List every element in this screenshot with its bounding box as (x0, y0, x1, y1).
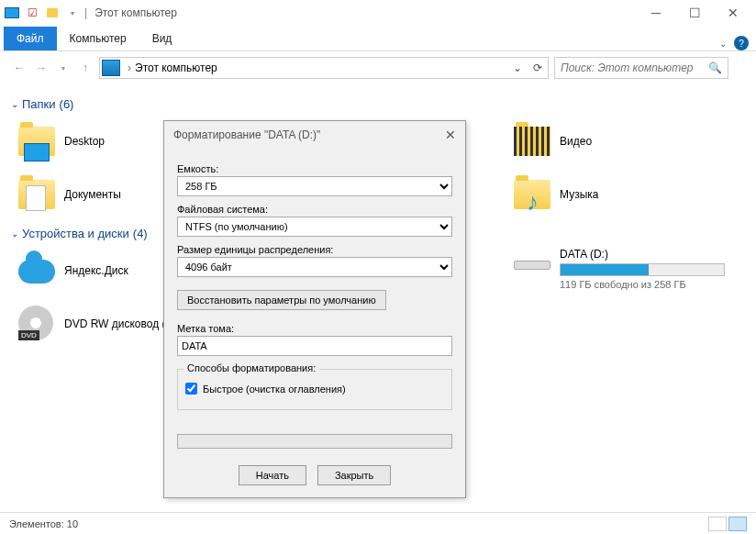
dialog-titlebar[interactable]: Форматирование "DATA (D:)" ✕ (164, 121, 465, 149)
minimize-button[interactable]: ─ (637, 0, 675, 26)
forward-button[interactable]: → (33, 60, 50, 76)
address-chevron: › (128, 61, 131, 74)
allocation-label: Размер единицы распределения: (177, 244, 452, 255)
system-icon[interactable] (4, 5, 20, 21)
allocation-select[interactable]: 4096 байт (177, 257, 452, 277)
address-bar[interactable]: › Этот компьютер ⌄ ⟳ (99, 57, 549, 79)
address-icon (102, 60, 120, 76)
item-label: DVD RW дисковод ( (64, 317, 166, 330)
item-label: Desktop (64, 135, 105, 148)
item-label: Яндекс.Диск (64, 264, 128, 277)
dvd-icon: DVD (18, 306, 53, 340)
help-icon[interactable]: ? (734, 36, 749, 50)
address-text: Этот компьютер (135, 61, 509, 74)
format-dialog: Форматирование "DATA (D:)" ✕ Емкость: 25… (163, 120, 466, 498)
ribbon-expand-icon[interactable]: ⌄ (719, 39, 727, 49)
group-devices-label: Устройства и диски (22, 227, 129, 240)
drive-freespace: 119 ГБ свободно из 258 ГБ (560, 279, 728, 290)
filesystem-select[interactable]: NTFS (по умолчанию) (177, 217, 452, 237)
chevron-down-icon: ⌄ (11, 99, 18, 109)
desktop-overlay-icon (24, 143, 50, 161)
view-large-icons-button[interactable] (728, 517, 747, 531)
tab-view[interactable]: Вид (139, 27, 185, 50)
format-methods-group: Способы форматирования: Быстрое (очистка… (177, 369, 452, 410)
status-bar: Элементов: 10 (0, 512, 756, 534)
status-elements-label: Элементов: (9, 518, 64, 529)
format-methods-legend: Способы форматирования: (183, 362, 319, 373)
drive-label: DATA (D:) (560, 248, 728, 261)
capacity-select[interactable]: 258 ГБ (177, 176, 452, 196)
music-overlay-icon: ♪ (527, 188, 539, 217)
folder-music[interactable]: ♪ Музыка (506, 168, 736, 221)
format-progress-bar (177, 434, 452, 449)
quick-format-input[interactable] (185, 383, 197, 395)
group-folders-label: Папки (22, 97, 56, 111)
group-folders-count: (6) (60, 97, 74, 111)
search-icon[interactable]: 🔍 (708, 61, 722, 74)
hdd-icon (514, 261, 550, 270)
up-button[interactable]: ↑ (77, 60, 94, 76)
item-label: Музыка (560, 188, 598, 201)
tab-file[interactable]: Файл (4, 27, 57, 50)
filesystem-label: Файловая система: (177, 204, 452, 215)
titlebar-separator: | (84, 6, 87, 19)
drive-data[interactable]: DATA (D:) 119 ГБ свободно из 258 ГБ (506, 244, 736, 294)
close-dialog-button[interactable]: Закрыть (317, 465, 391, 485)
status-elements-count: 10 (67, 518, 78, 529)
item-label: Документы (64, 188, 121, 201)
volume-label-label: Метка тома: (177, 323, 452, 334)
item-label: Видео (560, 135, 592, 148)
navbar: ← → ▾ ↑ › Этот компьютер ⌄ ⟳ 🔍 (0, 51, 756, 84)
start-button[interactable]: Начать (239, 465, 306, 485)
dialog-close-button[interactable]: ✕ (445, 128, 456, 142)
group-devices-count: (4) (133, 227, 148, 240)
drive-usage-bar (560, 263, 725, 276)
qat-dropdown-icon[interactable]: ▾ (64, 5, 81, 21)
volume-label-input[interactable] (177, 336, 452, 356)
window-title: Этот компьютер (94, 6, 177, 19)
qat-properties-icon[interactable]: ☑ (24, 5, 40, 21)
qat-newfolder-icon[interactable] (44, 5, 61, 21)
view-details-button[interactable] (708, 517, 727, 531)
cloud-icon (18, 260, 55, 284)
folder-icon (514, 127, 550, 156)
document-overlay-icon (26, 185, 46, 211)
recent-dropdown[interactable]: ▾ (55, 60, 72, 76)
back-button[interactable]: ← (11, 60, 28, 76)
tab-computer[interactable]: Компьютер (57, 27, 139, 50)
folder-video[interactable]: Видео (506, 115, 736, 168)
chevron-down-icon: ⌄ (11, 228, 18, 239)
quick-format-label: Быстрое (очистка оглавления) (203, 384, 346, 395)
maximize-button[interactable]: ☐ (675, 0, 714, 26)
ribbon-tabs: Файл Компьютер Вид ⌄ ? (0, 26, 756, 51)
address-dropdown-icon[interactable]: ⌄ (509, 61, 526, 74)
dialog-title: Форматирование "DATA (D:)" (173, 128, 320, 141)
refresh-icon[interactable]: ⟳ (529, 61, 546, 74)
titlebar: ☑ ▾ | Этот компьютер ─ ☐ ✕ (0, 0, 756, 26)
video-overlay-icon (514, 127, 550, 156)
quick-format-checkbox[interactable]: Быстрое (очистка оглавления) (185, 383, 444, 395)
search-box[interactable]: 🔍 (554, 57, 728, 79)
group-folders-header[interactable]: ⌄ Папки (6) (11, 97, 745, 111)
capacity-label: Емкость: (177, 163, 452, 174)
close-button[interactable]: ✕ (714, 0, 752, 26)
restore-defaults-button[interactable]: Восстановить параметры по умолчанию (177, 290, 386, 310)
search-input[interactable] (561, 61, 708, 74)
